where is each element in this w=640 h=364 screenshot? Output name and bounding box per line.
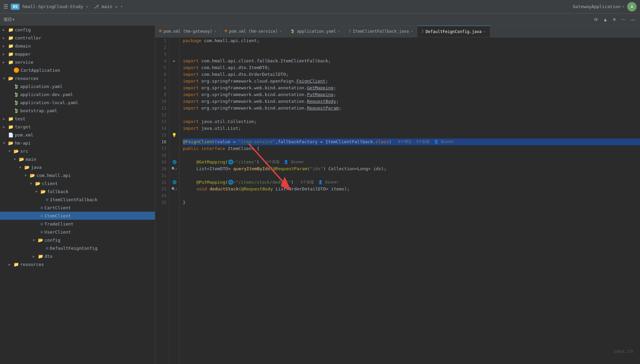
- run-config[interactable]: GatewayApplication ▾: [573, 4, 624, 9]
- title-bar-right: GatewayApplication ▾ A: [573, 2, 637, 11]
- code-line-12: [183, 112, 640, 118]
- sidebar-item-service[interactable]: ▶ 📁 service: [0, 58, 155, 66]
- tab-pom-service[interactable]: M pom.xml (hm-service) ✕: [221, 26, 286, 37]
- code-line-24: [183, 192, 640, 199]
- sidebar-item-mapper[interactable]: ▶ 📁 mapper: [0, 50, 155, 58]
- gutter-row-23: 🔍⬇: [169, 186, 179, 192]
- tree-arrow: ▶: [0, 117, 8, 121]
- code-line-23: void deductStock(@RequestBody List<Order…: [183, 186, 640, 192]
- tree-label: controller: [15, 35, 41, 40]
- tree-arrow: ▶: [0, 125, 8, 129]
- close-button[interactable]: ✕: [611, 16, 618, 23]
- tree-label: application-dev.yaml: [20, 92, 73, 97]
- tree-arrow: ▼: [27, 182, 35, 185]
- tab-close-icon[interactable]: ✕: [280, 29, 282, 33]
- sidebar-item-bootstrap-yaml[interactable]: 🍃 bootstrap.yaml: [0, 107, 155, 115]
- tree-label: CartClient: [45, 205, 71, 210]
- title-bar-left: ☰ HS hmall-SpringCloud-Study ▾ ⎇ main ↗ …: [3, 3, 123, 10]
- code-line-19: @GetMapping(🌐▾"/items") 1个实现 👤 Qiuner: [183, 159, 640, 165]
- sidebar-item-item-client-fallback[interactable]: ⊙ ItemClientFallback: [0, 195, 155, 204]
- tree-label: pom.xml: [15, 132, 33, 138]
- sidebar-item-resources[interactable]: ▼ 📂 resources: [0, 74, 155, 82]
- tree-label: DefaultFeignConfig: [50, 246, 98, 251]
- sidebar-item-app-local-yaml[interactable]: 🍃 application-local.yaml: [0, 98, 155, 107]
- sidebar-item-fallback[interactable]: ▼ 📂 fallback: [0, 187, 155, 195]
- tab-item-fallback[interactable]: J ItemClientFallback.java ✕: [344, 26, 417, 37]
- line-num-1: 1: [158, 37, 166, 44]
- sidebar-item-config[interactable]: ▶ 📁 config: [0, 26, 155, 34]
- sidebar-item-app-yaml[interactable]: 🍃 application.yaml: [0, 82, 155, 90]
- folder-icon: 📂: [8, 76, 13, 81]
- sidebar-item-src[interactable]: ▼ 📂 src: [0, 147, 155, 155]
- code-line-9: import org.springframework.web.bind.anno…: [183, 91, 640, 98]
- gutter-row-11: [169, 105, 179, 112]
- line-num-6: 6: [158, 71, 166, 78]
- tree-arrow: ▶: [30, 254, 38, 258]
- tree-arrow: ▼: [16, 165, 24, 169]
- sidebar: ▶ 📁 config ▶ 📁 controller ▶ 📁 domain ▶ 📁…: [0, 26, 155, 364]
- branch-name: main: [102, 4, 112, 9]
- sidebar-item-app-dev-yaml[interactable]: 🍃 application-dev.yaml: [0, 90, 155, 98]
- line-num-24: 24: [158, 192, 166, 199]
- tab-close-icon[interactable]: ✕: [484, 30, 486, 33]
- tree-label: application-local.yaml: [20, 100, 78, 105]
- code-line-8: import org.springframework.web.bind.anno…: [183, 85, 640, 91]
- tab-close-icon[interactable]: ✕: [338, 29, 340, 33]
- tab-pom-gateway[interactable]: M pom.xml (hm-gateway) ✕: [155, 26, 221, 37]
- gutter-row-7: [169, 78, 179, 85]
- tree-label: target: [15, 124, 31, 129]
- project-selector[interactable]: 项目▾: [3, 17, 15, 23]
- sidebar-item-main[interactable]: ▼ 📂 main: [0, 155, 155, 163]
- gutter-row-24: [169, 192, 179, 199]
- refresh-button[interactable]: ⟳: [593, 16, 600, 23]
- sidebar-item-default-feign[interactable]: ⊙ DefaultFeignConfig: [0, 244, 155, 252]
- menu-icon[interactable]: ☰: [3, 3, 8, 10]
- gutter-icons: ▶ 💡: [169, 37, 179, 364]
- tree-label: dto: [45, 254, 52, 259]
- sidebar-item-client[interactable]: ▼ 📂 client: [0, 179, 155, 187]
- watermark: znwx.cn: [613, 348, 633, 354]
- tab-default-feign[interactable]: J DefaultFeignConfig.java ✕: [417, 26, 490, 37]
- sidebar-item-controller[interactable]: ▶ 📁 controller: [0, 34, 155, 42]
- run-config-label: GatewayApplication: [573, 4, 620, 9]
- up-button[interactable]: ▲: [602, 16, 609, 23]
- more-button[interactable]: ⋯: [620, 16, 627, 23]
- sidebar-item-domain[interactable]: ▶ 📁 domain: [0, 42, 155, 50]
- xml-icon: 📄: [8, 132, 13, 138]
- line-num-5: 5: [158, 64, 166, 71]
- tree-arrow: ▼: [0, 77, 8, 80]
- sidebar-item-item-client[interactable]: ⊙ ItemClient: [0, 212, 155, 220]
- minimize-button[interactable]: —: [629, 16, 637, 23]
- sidebar-item-com-hmall-api[interactable]: ▼ 📂 com.hmall.api: [0, 171, 155, 179]
- code-line-10: import org.springframework.web.bind.anno…: [183, 98, 640, 105]
- line-num-18: 18: [158, 152, 166, 159]
- code-line-1: package com.hmall.api.client;: [183, 37, 640, 44]
- code-content[interactable]: package com.hmall.api.client; import com…: [179, 37, 640, 364]
- sidebar-item-resources2[interactable]: ▶ 📁 resources: [0, 260, 155, 268]
- tree-label: com.hmall.api: [36, 173, 71, 178]
- code-editor[interactable]: 1 2 3 4 5 6 7 8 9 10 11 12 13 14 15 16 1: [155, 37, 640, 364]
- sidebar-item-cart-app[interactable]: 🟠 CartApplication: [0, 66, 155, 74]
- gutter-row-16: [169, 139, 179, 145]
- sidebar-item-user-client[interactable]: ⊙ UserClient: [0, 228, 155, 236]
- sidebar-item-test[interactable]: ▶ 📁 test: [0, 115, 155, 123]
- sidebar-item-dto[interactable]: ▶ 📁 dto: [0, 252, 155, 260]
- sidebar-item-hm-api[interactable]: ▼ 📂 hm-api: [0, 139, 155, 147]
- sidebar-item-cart-client[interactable]: ⊙ CartClient: [0, 204, 155, 212]
- sidebar-item-pom-xml[interactable]: 📄 pom.xml: [0, 131, 155, 139]
- tree-label: config: [45, 238, 60, 243]
- sidebar-item-java[interactable]: ▼ 📂 java: [0, 163, 155, 171]
- tab-close-icon[interactable]: ✕: [411, 29, 413, 33]
- sidebar-item-config-folder[interactable]: ▼ 📂 config: [0, 236, 155, 244]
- sidebar-item-target[interactable]: ▶ 📁 target: [0, 123, 155, 131]
- line-num-23: 23: [158, 186, 166, 192]
- sidebar-item-trade-client[interactable]: ⊙ TradeClient: [0, 220, 155, 228]
- tree-arrow: ▶: [3, 36, 8, 40]
- code-line-20: List<ItemDTO> queryItemByIds(@RequestPar…: [183, 165, 640, 172]
- line-num-9: 9: [158, 91, 166, 98]
- tab-app-yaml[interactable]: 🍃 application.yaml ✕: [286, 26, 344, 37]
- project-badge: HS: [11, 4, 20, 10]
- tree-label: application.yaml: [20, 84, 62, 89]
- xml-tab-icon: M: [225, 29, 227, 33]
- tab-close-icon[interactable]: ✕: [214, 29, 216, 33]
